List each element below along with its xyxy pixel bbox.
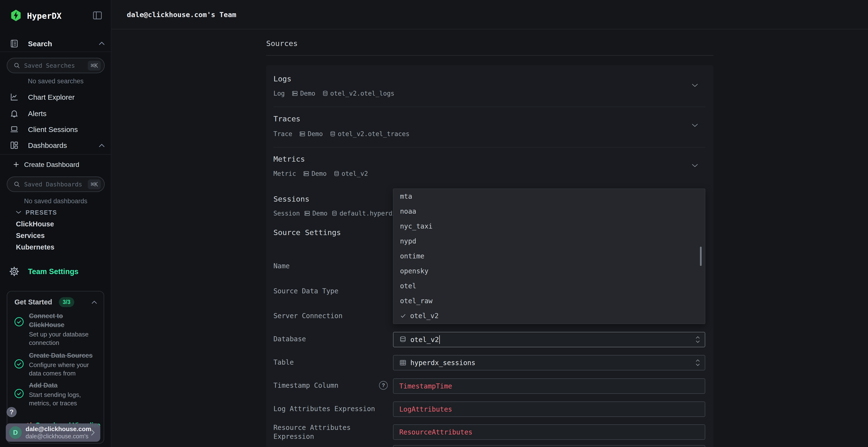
next-input-partial[interactable] bbox=[393, 445, 705, 447]
chevron-up-icon[interactable] bbox=[98, 41, 105, 46]
search-icon bbox=[13, 181, 20, 187]
preset-services[interactable]: Services bbox=[16, 232, 44, 240]
log-attributes-value: LogAttributes bbox=[399, 405, 452, 413]
check-circle-icon bbox=[14, 388, 24, 399]
dropdown-option-nypd[interactable]: nypd bbox=[393, 234, 705, 248]
server-connection-label: Server Connection bbox=[273, 311, 384, 320]
team-title: dale@clickhouse.com's Team bbox=[127, 10, 236, 19]
check-icon bbox=[400, 313, 406, 319]
dropdown-scrollbar[interactable] bbox=[700, 247, 702, 266]
connection-icon bbox=[291, 90, 298, 97]
sidebar-item-chart-explorer[interactable]: Chart Explorer bbox=[0, 91, 112, 104]
avatar: D bbox=[9, 426, 22, 439]
help-button[interactable]: ? bbox=[6, 407, 17, 417]
chevron-right-icon bbox=[90, 429, 95, 436]
connection-icon bbox=[304, 210, 311, 217]
saved-dashboards-placeholder: Saved Dashboards bbox=[24, 181, 88, 188]
dropdown-option-otel[interactable]: otel bbox=[393, 278, 705, 294]
source-section-title: Traces bbox=[273, 114, 301, 123]
database-value: otel_v2 bbox=[410, 336, 439, 344]
database-icon bbox=[322, 90, 329, 97]
dropdown-option-nyc_taxi[interactable]: nyc_taxi bbox=[393, 219, 705, 234]
sidebar-item-client-sessions[interactable]: Client Sessions bbox=[0, 123, 112, 136]
user-email: dale@clickhouse.com bbox=[26, 425, 90, 433]
dropdown-option-otel_raw[interactable]: otel_raw bbox=[393, 294, 705, 308]
chevron-down-icon[interactable] bbox=[16, 210, 22, 214]
dropdown-option-opensky[interactable]: opensky bbox=[393, 264, 705, 278]
source-section-title: Metrics bbox=[273, 154, 305, 163]
get-started-card: Get Started 3/3 Connect to ClickHouseSet… bbox=[7, 291, 104, 444]
preset-clickhouse[interactable]: ClickHouse bbox=[16, 220, 54, 228]
source-settings-title: Source Settings bbox=[273, 228, 341, 237]
timestamp-column-input[interactable]: TimestampTime bbox=[393, 378, 705, 394]
log-attributes-label: Log Attributes Expression bbox=[273, 404, 384, 413]
plus-icon bbox=[12, 161, 20, 168]
chevron-up-icon[interactable] bbox=[91, 300, 97, 304]
table-label: Table bbox=[273, 358, 384, 367]
saved-searches-placeholder: Saved Searches bbox=[24, 62, 88, 69]
no-saved-dashboards-note: No saved dashboards bbox=[0, 198, 112, 205]
table-icon bbox=[399, 359, 406, 366]
resource-attributes-label: Resource Attributes Expression bbox=[273, 423, 384, 441]
connection-icon bbox=[303, 170, 310, 177]
source-meta-row: TraceDemootel_v2.otel_traces bbox=[273, 129, 409, 139]
database-icon bbox=[331, 210, 338, 216]
topbar: dale@clickhouse.com's Team bbox=[112, 0, 868, 29]
database-input[interactable]: otel_v2 bbox=[393, 332, 705, 347]
chevron-up-icon[interactable] bbox=[98, 143, 105, 148]
source-meta-row: SessionDemodefault.hyperdx_s bbox=[273, 209, 393, 218]
database-label: Database bbox=[273, 335, 384, 343]
source-meta-row: MetricDemootel_v2 bbox=[273, 169, 368, 178]
resource-attributes-input[interactable]: ResourceAttributes bbox=[393, 424, 705, 440]
sidebar-item-team-settings[interactable]: Team Settings bbox=[28, 267, 79, 276]
sidebar-item-dashboards[interactable]: Dashboards bbox=[0, 139, 112, 152]
table-value: hyperdx_sessions bbox=[410, 359, 475, 367]
dropdown-option-mta[interactable]: mta bbox=[393, 189, 705, 204]
shortcut-badge: ⌘K bbox=[88, 61, 101, 71]
timestamp-column-label: Timestamp Column bbox=[273, 381, 384, 390]
saved-searches-input[interactable]: Saved Searches ⌘K bbox=[7, 58, 105, 73]
divider bbox=[266, 55, 713, 56]
help-question-mark: ? bbox=[10, 409, 14, 416]
shortcut-badge: ⌘K bbox=[88, 179, 101, 189]
hyperdx-app: HyperDX Search Saved Searches ⌘K No save… bbox=[0, 0, 868, 447]
help-circle-icon[interactable]: ? bbox=[379, 381, 388, 390]
get-started-title: Get Started bbox=[14, 298, 52, 306]
user-menu[interactable]: D dale@clickhouse.com dale@clickhouse.co… bbox=[6, 423, 100, 442]
log-attributes-input[interactable]: LogAttributes bbox=[393, 402, 705, 417]
table-input[interactable]: hyperdx_sessions bbox=[393, 355, 705, 370]
laptop-icon bbox=[10, 125, 19, 134]
source-section-title: Logs bbox=[273, 74, 291, 83]
dashboard-icon bbox=[10, 141, 19, 150]
select-chevrons-icon[interactable] bbox=[695, 336, 701, 344]
chevron-down-icon[interactable] bbox=[691, 82, 699, 88]
presets-header[interactable]: PRESETS bbox=[26, 209, 57, 216]
resource-attributes-value: ResourceAttributes bbox=[399, 428, 472, 436]
page-title: Sources bbox=[266, 39, 298, 48]
name-label: Name bbox=[273, 262, 384, 271]
preset-kubernetes[interactable]: Kubernetes bbox=[16, 243, 55, 251]
chevron-down-icon[interactable] bbox=[691, 123, 699, 128]
check-circle-icon bbox=[14, 316, 24, 327]
select-chevrons-icon[interactable] bbox=[695, 358, 701, 367]
collapse-sidebar-button[interactable] bbox=[92, 10, 103, 21]
sidebar-item-search[interactable]: Search bbox=[28, 40, 52, 48]
database-dropdown: mtanoaanyc_taxinypdontimeopenskyotelotel… bbox=[393, 188, 705, 324]
check-circle-icon bbox=[14, 358, 24, 369]
app-title: HyperDX bbox=[27, 11, 61, 21]
chevron-down-icon[interactable] bbox=[691, 163, 699, 168]
source-section-title: Sessions bbox=[273, 195, 309, 203]
main-area: dale@clickhouse.com's Team Sources LogsL… bbox=[112, 0, 868, 447]
database-icon bbox=[330, 131, 336, 137]
sidebar-item-alerts[interactable]: Alerts bbox=[0, 107, 112, 121]
sources-card: LogsLogDemootel_v2.otel_logsTracesTraceD… bbox=[266, 65, 713, 447]
dropdown-option-noaa[interactable]: noaa bbox=[393, 204, 705, 219]
gear-icon bbox=[9, 266, 19, 276]
create-dashboard-button[interactable]: Create Dashboard bbox=[24, 161, 79, 169]
search-section-icon bbox=[10, 39, 19, 48]
user-org: dale@clickhouse.com's bbox=[26, 433, 90, 440]
saved-dashboards-input[interactable]: Saved Dashboards ⌘K bbox=[7, 176, 105, 192]
dropdown-option-otel_v2[interactable]: otel_v2 bbox=[393, 308, 705, 323]
dropdown-option-ontime[interactable]: ontime bbox=[393, 248, 705, 264]
source-data-type-label: Source Data Type bbox=[273, 286, 384, 296]
